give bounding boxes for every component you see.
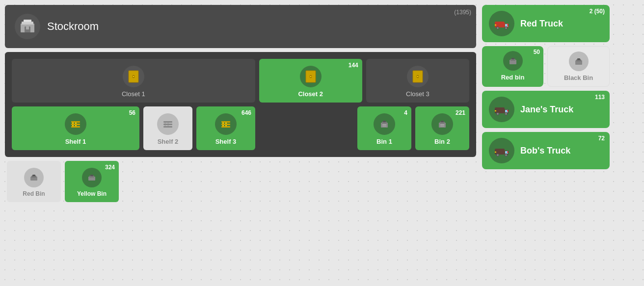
janes-truck-count: 113 <box>595 94 605 101</box>
svg-point-90 <box>506 155 507 156</box>
bin-1-label: Bin 1 <box>376 138 392 145</box>
closet-3[interactable]: Closet 3 <box>366 59 469 103</box>
yellow-bin-label: Yellow Bin <box>77 190 107 197</box>
left-panel: (1395) Stockroom <box>5 5 476 202</box>
svg-point-13 <box>417 76 418 77</box>
shelf-2-label: Shelf 2 <box>158 138 179 145</box>
svg-rect-41 <box>383 121 386 122</box>
red-bin-sub-label: Red Bin <box>23 190 45 197</box>
yellow-bin[interactable]: 324 Yellow Bin <box>65 161 119 202</box>
svg-rect-20 <box>72 125 74 126</box>
svg-point-88 <box>497 155 499 156</box>
bobs-truck[interactable]: 72 Bob's Truck <box>482 132 610 169</box>
svg-rect-33 <box>221 126 230 128</box>
svg-rect-25 <box>163 126 172 128</box>
sub-bins-area: Red Bin 324 Yellow Bin <box>5 161 476 202</box>
closet-2[interactable]: 144 Closet 2 <box>259 59 362 103</box>
main-layout: (1395) Stockroom <box>5 5 639 202</box>
svg-rect-43 <box>382 126 386 127</box>
svg-rect-31 <box>221 121 230 123</box>
shelf-3-count: 646 <box>242 109 251 116</box>
closets-row: Closet 1 144 Closet 2 <box>12 59 469 103</box>
red-bin-right-count: 50 <box>534 49 540 55</box>
svg-rect-37 <box>225 125 227 126</box>
shelf-1-icon <box>65 113 86 135</box>
svg-rect-49 <box>440 126 444 127</box>
svg-rect-29 <box>167 125 169 126</box>
svg-rect-26 <box>164 123 166 124</box>
svg-rect-74 <box>577 58 580 60</box>
closet-1[interactable]: Closet 1 <box>12 59 255 103</box>
svg-rect-70 <box>511 58 514 59</box>
svg-rect-75 <box>495 107 505 113</box>
closet-2-label: Closet 2 <box>298 90 323 98</box>
shelf-1[interactable]: 56 Shelf 1 <box>12 106 139 150</box>
svg-rect-19 <box>75 123 77 124</box>
svg-rect-32 <box>221 124 230 125</box>
bobs-truck-icon <box>489 138 514 163</box>
shelf-1-count: 56 <box>129 109 135 116</box>
closet-3-label: Closet 3 <box>406 90 429 98</box>
svg-rect-83 <box>507 110 509 111</box>
svg-rect-82 <box>495 110 496 111</box>
small-bins-row: 50 Red bin <box>482 46 610 87</box>
svg-rect-92 <box>507 152 509 153</box>
red-bin-sub[interactable]: Red Bin <box>7 161 61 202</box>
svg-point-10 <box>310 76 311 77</box>
red-bin-sub-icon <box>24 168 44 187</box>
black-bin[interactable]: Black Bin <box>547 46 610 87</box>
svg-rect-18 <box>72 123 74 124</box>
yellow-bin-count: 324 <box>105 164 115 171</box>
svg-rect-48 <box>440 124 444 125</box>
svg-rect-16 <box>71 124 80 125</box>
bin-2[interactable]: 221 Bin 2 <box>415 106 469 150</box>
svg-rect-2 <box>24 20 31 22</box>
svg-point-64 <box>506 27 507 29</box>
svg-point-62 <box>497 27 499 29</box>
shelf-3[interactable]: 646 Shelf 3 <box>196 106 255 150</box>
stockroom-header[interactable]: (1395) Stockroom <box>5 5 476 48</box>
bobs-truck-count: 72 <box>598 135 605 142</box>
svg-rect-91 <box>495 152 496 153</box>
stockroom-icon <box>15 14 40 39</box>
svg-point-81 <box>506 113 507 115</box>
closet-2-count: 144 <box>349 62 358 69</box>
svg-rect-4 <box>26 26 29 29</box>
red-truck[interactable]: 2 (50) Red Truck <box>482 5 610 42</box>
svg-rect-84 <box>495 149 505 155</box>
svg-rect-34 <box>222 123 224 124</box>
svg-rect-17 <box>71 126 80 128</box>
shelf-2-icon <box>157 113 179 135</box>
closet-2-icon <box>300 66 322 87</box>
svg-rect-66 <box>507 25 509 26</box>
bin-2-count: 221 <box>456 109 465 116</box>
black-bin-label: Black Bin <box>564 74 593 81</box>
shelf-3-label: Shelf 3 <box>215 138 237 145</box>
svg-rect-35 <box>225 123 227 124</box>
bin-1[interactable]: 4 Bin 1 <box>357 106 411 150</box>
svg-rect-65 <box>495 25 496 26</box>
janes-truck-icon <box>489 97 514 122</box>
black-bin-icon <box>569 52 589 71</box>
red-bin-right-icon <box>503 51 523 71</box>
bobs-truck-label: Bob's Truck <box>520 146 570 156</box>
svg-rect-15 <box>71 121 80 123</box>
closet-1-icon <box>123 66 144 87</box>
red-bin-right[interactable]: 50 Red bin <box>482 46 543 87</box>
janes-truck[interactable]: 113 Jane's Truck <box>482 91 610 128</box>
svg-rect-24 <box>163 124 172 125</box>
svg-rect-58 <box>495 22 505 27</box>
bin-1-icon <box>374 113 395 135</box>
red-truck-label: Red Truck <box>520 19 563 29</box>
shelf-1-label: Shelf 1 <box>65 138 86 145</box>
svg-rect-53 <box>32 175 35 176</box>
svg-rect-42 <box>382 124 386 125</box>
stockroom-title: Stockroom <box>47 20 99 33</box>
svg-rect-47 <box>441 121 444 122</box>
svg-rect-36 <box>222 125 224 126</box>
shelf-2[interactable]: Shelf 2 <box>143 106 192 150</box>
svg-rect-21 <box>75 125 77 126</box>
svg-rect-28 <box>164 125 166 126</box>
svg-point-7 <box>133 76 134 77</box>
bin-1-count: 4 <box>404 109 407 116</box>
